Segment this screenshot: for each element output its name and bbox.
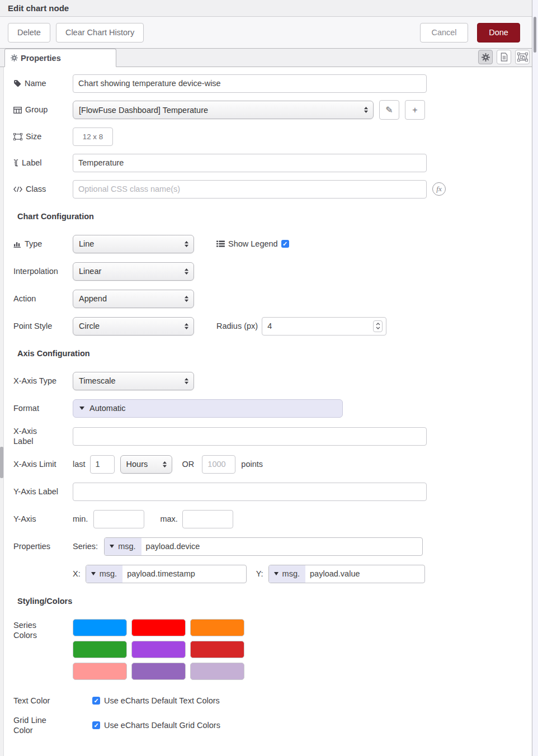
class-label: Class — [13, 184, 73, 194]
tab-properties[interactable]: Properties — [4, 49, 116, 67]
show-legend-checkbox[interactable]: ✓ — [281, 240, 289, 248]
y-type-button[interactable]: msg. — [269, 565, 305, 583]
description-button[interactable] — [497, 50, 511, 64]
properties-gear-button[interactable] — [478, 50, 493, 64]
action-select[interactable]: Append — [73, 290, 194, 308]
appearance-button[interactable] — [515, 50, 530, 64]
series-color-swatch-7[interactable] — [73, 663, 127, 680]
updown-arrows-icon — [184, 323, 189, 330]
series-color-swatch-3[interactable] — [190, 619, 244, 636]
delete-button[interactable]: Delete — [8, 23, 50, 42]
grid-color-label-text: Grid Line Color — [13, 715, 54, 735]
grid-color-checkbox-label: Use eCharts Default Grid Colors — [104, 721, 220, 730]
x-type-label: msg. — [100, 569, 117, 578]
caret-down-icon — [91, 572, 96, 575]
clear-chart-history-button[interactable]: Clear Chart History — [56, 23, 144, 42]
radius-input[interactable] — [262, 317, 386, 336]
updown-arrows-icon — [184, 295, 189, 303]
text-color-checkbox[interactable]: ✓ — [92, 697, 100, 705]
x-value: payload.timestamp — [122, 569, 200, 578]
series-type-label: msg. — [118, 542, 135, 551]
x-axis-label-row: X-Axis Label — [13, 426, 532, 446]
class-label-text: Class — [26, 184, 46, 194]
series-color-swatch-8[interactable] — [131, 663, 186, 680]
type-select[interactable]: Line — [73, 235, 194, 253]
x-axis-label-label-text: X-Axis Label — [13, 426, 48, 446]
show-legend-group: Show Legend ✓ — [216, 239, 289, 248]
format-dropdown-value: Automatic — [89, 404, 125, 413]
group-row: Group [FlowFuse Dashboard] Temperature ✎… — [13, 100, 532, 120]
format-dropdown[interactable]: Automatic — [73, 399, 343, 418]
dialog-header: Edit chart node — [0, 0, 532, 17]
i-cursor-icon — [13, 159, 18, 167]
series-color-swatch-1[interactable] — [73, 619, 127, 636]
size-row: Size 12 x 8 — [13, 127, 532, 146]
updown-arrows-icon — [184, 240, 189, 248]
action-select-value: Append — [79, 294, 184, 303]
y-axis-max-input[interactable] — [182, 510, 233, 528]
series-colors-label: Series Colors — [13, 620, 73, 640]
x-typed-input[interactable]: msg. payload.timestamp — [86, 565, 247, 583]
add-group-button[interactable]: + — [405, 100, 425, 120]
series-color-swatch-4[interactable] — [73, 641, 127, 658]
x-axis-type-select[interactable]: Timescale — [73, 372, 194, 390]
limit-value-input[interactable] — [90, 455, 115, 474]
done-button[interactable]: Done — [477, 23, 520, 42]
name-input[interactable] — [73, 74, 427, 93]
interpolation-select[interactable]: Linear — [73, 262, 194, 281]
point-style-row: Point Style Circle Radius (px) — [13, 316, 532, 336]
x-axis-label-input[interactable] — [73, 427, 427, 446]
limit-unit-select[interactable]: Hours — [120, 455, 172, 474]
edit-group-button[interactable]: ✎ — [379, 100, 399, 120]
series-value: payload.device — [141, 542, 205, 551]
x-type-button[interactable]: msg. — [86, 565, 122, 583]
series-color-swatch-5[interactable] — [131, 641, 186, 658]
y-type-label: msg. — [282, 569, 300, 578]
series-typed-input[interactable]: msg. payload.device — [104, 537, 423, 556]
y-axis-label-input[interactable] — [73, 483, 427, 501]
gear-icon — [11, 54, 18, 62]
radius-label: Radius (px) — [216, 322, 258, 330]
right-scrollbar-thumb[interactable] — [534, 17, 536, 53]
x-axis-label-label: X-Axis Label — [13, 426, 73, 446]
tag-icon — [13, 79, 21, 87]
grid-color-checkbox[interactable]: ✓ — [92, 721, 100, 729]
point-style-select[interactable]: Circle — [73, 317, 194, 336]
x-axis-limit-label: X-Axis Limit — [13, 459, 73, 469]
caret-down-icon — [110, 545, 114, 548]
group-label: Group — [13, 105, 73, 115]
y-axis-min-label: min. — [73, 514, 88, 523]
group-select[interactable]: [FlowFuse Dashboard] Temperature — [73, 101, 374, 119]
name-label-text: Name — [25, 78, 46, 88]
right-scrollbar-track[interactable] — [532, 0, 538, 756]
point-style-label: Point Style — [13, 321, 73, 331]
series-color-swatch-9[interactable] — [190, 663, 244, 680]
edit-tray-tabbar: Properties — [0, 49, 532, 67]
class-row: Class fx — [13, 179, 532, 199]
series-row: Properties Series: msg. payload.device — [13, 537, 532, 556]
limit-points-input[interactable] — [202, 455, 235, 474]
xy-row: X: msg. payload.timestamp Y: msg. — [13, 564, 532, 583]
series-color-swatch-6[interactable] — [190, 641, 244, 658]
cancel-button[interactable]: Cancel — [420, 23, 468, 42]
y-axis-min-input[interactable] — [93, 510, 144, 528]
name-label: Name — [13, 78, 73, 88]
left-scrollbar-thumb[interactable] — [0, 447, 3, 478]
size-button[interactable]: 12 x 8 — [73, 127, 113, 146]
updown-arrows-icon — [184, 377, 189, 385]
label-input[interactable] — [73, 154, 427, 172]
class-input[interactable] — [73, 180, 427, 199]
y-typed-input[interactable]: msg. payload.value — [268, 565, 425, 583]
tab-properties-label: Properties — [21, 54, 61, 63]
radius-stepper[interactable] — [373, 320, 383, 332]
left-scrollbar-track[interactable] — [0, 67, 4, 756]
label-label-text: Label — [22, 158, 41, 168]
bar-chart-icon — [13, 240, 21, 248]
object-group-icon — [13, 133, 22, 140]
series-colors-grid — [73, 619, 244, 680]
series-color-swatch-2[interactable] — [131, 619, 186, 636]
grid-color-label: Grid Line Color — [13, 715, 73, 735]
name-row: Name — [13, 74, 532, 93]
list-icon — [216, 240, 225, 247]
series-type-button[interactable]: msg. — [105, 538, 141, 555]
